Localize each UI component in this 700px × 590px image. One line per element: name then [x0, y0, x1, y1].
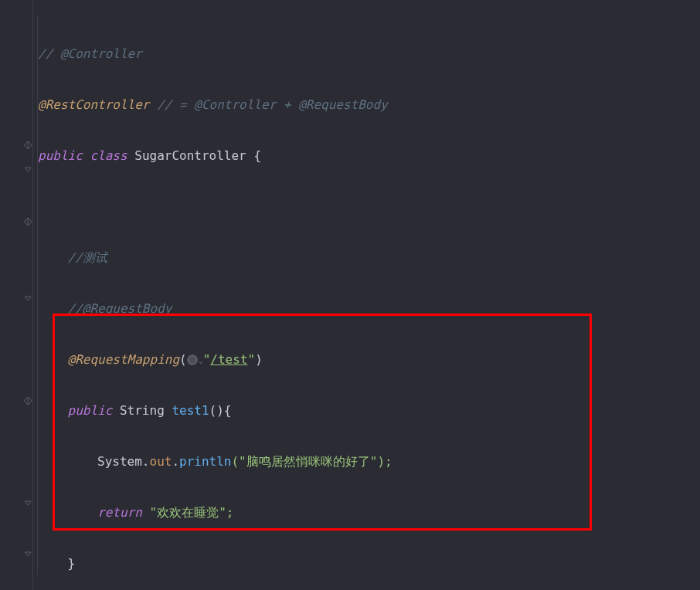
gutter [0, 0, 33, 590]
fold-icon[interactable] [23, 394, 32, 403]
globe-icon[interactable] [187, 354, 198, 365]
annotation: @RequestMapping [68, 352, 180, 367]
url-path[interactable]: /test [210, 352, 247, 367]
string-content: 欢欢在睡觉 [157, 505, 219, 520]
keyword: return [97, 505, 142, 520]
fold-icon[interactable] [23, 496, 32, 505]
code-editor[interactable]: // @Controller @RestController // = @Con… [0, 0, 700, 590]
brace: { [246, 148, 261, 163]
string-content: 脑鸣居然悄咪咪的好了 [246, 454, 370, 469]
class-name: SugarController [134, 148, 246, 163]
comment: // @Controller [38, 46, 142, 61]
string: "); [370, 454, 392, 469]
string: " [248, 352, 256, 367]
paren: ) [255, 352, 263, 367]
guide-line [37, 15, 38, 575]
type: String [120, 403, 165, 418]
paren: (){ [209, 403, 232, 418]
keyword: class [90, 148, 127, 163]
string: " [203, 352, 211, 367]
keyword: public [38, 148, 83, 163]
fold-icon[interactable] [23, 164, 32, 173]
annotation: @RestController [38, 97, 150, 112]
brace: } [68, 556, 76, 571]
keyword: public [68, 403, 113, 418]
fold-icon[interactable] [23, 547, 32, 556]
paren: ( [179, 352, 187, 367]
method-call: println [179, 454, 231, 469]
code-area[interactable]: // @Controller @RestController // = @Con… [33, 0, 700, 590]
comment: //@RequestBody [68, 301, 172, 316]
field: out [150, 454, 172, 469]
fold-icon[interactable] [23, 291, 32, 300]
comment: //测试 [68, 250, 107, 265]
string: " [142, 505, 157, 520]
fold-icon[interactable] [23, 138, 32, 148]
method-name: test1 [172, 403, 209, 418]
comment: // = @Controller + @RequestBody [150, 97, 388, 112]
string: (" [231, 454, 246, 469]
ident: System [97, 454, 142, 469]
fold-icon[interactable] [23, 215, 32, 224]
string: "; [219, 505, 233, 520]
